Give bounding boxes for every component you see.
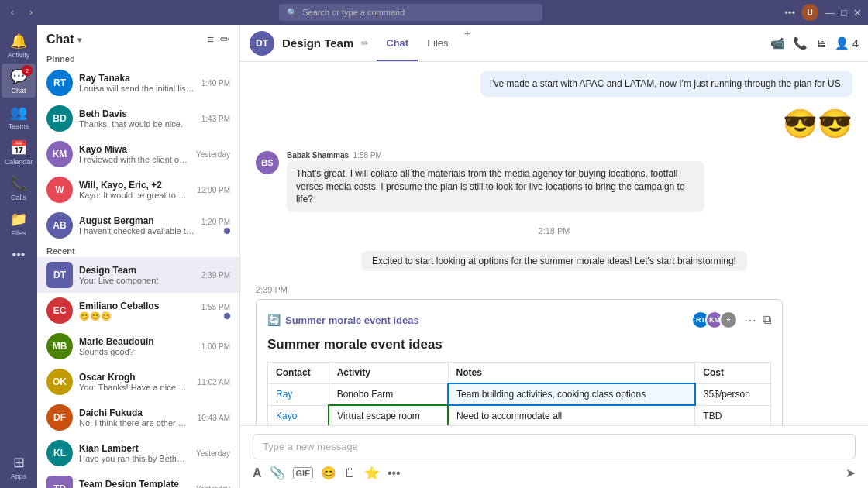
sticker-icon[interactable]: 🗒 bbox=[344, 466, 356, 480]
chat-meta: 10:43 AM bbox=[198, 414, 230, 422]
chat-name: Beth Davis bbox=[79, 108, 195, 119]
chat-list-item[interactable]: DT Design Team You: Live component 2:39 … bbox=[37, 257, 239, 293]
user-avatar[interactable]: U bbox=[801, 4, 818, 21]
chat-meta: 1:40 PM bbox=[202, 79, 230, 88]
chat-list-item[interactable]: RT Ray Tanaka Louisa will send the initi… bbox=[37, 65, 239, 101]
chat-meta: 1:55 PM bbox=[202, 303, 230, 319]
message-content: Babak Shammas 1:58 PM That's great, I wi… bbox=[287, 151, 704, 212]
card-time: 2:39 PM bbox=[256, 285, 852, 294]
sidebar-item-apps[interactable]: ⊞ Apps bbox=[2, 449, 36, 483]
card-expand-icon[interactable]: ⧉ bbox=[763, 313, 771, 327]
sidebar-item-files[interactable]: 📁 Files bbox=[2, 206, 36, 240]
praise-icon[interactable]: ⭐ bbox=[364, 466, 380, 480]
calls-label: Calls bbox=[11, 194, 26, 201]
chat-time: 2:39 PM bbox=[202, 271, 230, 280]
sidebar-item-activity[interactable]: 🔔 Activity bbox=[2, 28, 36, 62]
channel-avatar: DT bbox=[250, 31, 274, 56]
activity-label: Activity bbox=[8, 51, 30, 59]
chat-meta: 1:20 PM bbox=[202, 218, 230, 234]
video-call-icon[interactable]: 📹 bbox=[770, 36, 785, 50]
live-card-actions: RT KM + ⋯ ⧉ bbox=[691, 311, 771, 329]
table-cell-notes[interactable]: Team building activities, cooking class … bbox=[448, 383, 695, 405]
chat-list-item[interactable]: OK Oscar Krogh You: Thanks! Have a nice … bbox=[37, 364, 239, 400]
chat-preview: I haven't checked available times yet bbox=[79, 226, 195, 235]
table-cell-contact[interactable]: Ray bbox=[268, 383, 329, 405]
emoji-icon[interactable]: 😊 bbox=[321, 466, 336, 480]
rail-more-button[interactable]: ••• bbox=[12, 248, 26, 262]
format-icon[interactable]: A bbox=[253, 466, 262, 480]
table-cell-contact[interactable]: Kayo bbox=[268, 405, 329, 425]
chat-list-item[interactable]: BD Beth Davis Thanks, that would be nice… bbox=[37, 101, 239, 136]
chat-badge: 2 bbox=[22, 65, 33, 76]
chat-preview: Louisa will send the initial list of att… bbox=[79, 84, 195, 93]
table-cell-activity[interactable]: Virtual escape room bbox=[329, 405, 448, 425]
message-avatar: BS bbox=[256, 151, 279, 174]
chat-info: Ray Tanaka Louisa will send the initial … bbox=[79, 73, 195, 93]
table-header-cost: Cost bbox=[695, 363, 771, 384]
live-card-header: 🔄 Summer morale event ideas RT KM + ⋯ ⧉ bbox=[267, 311, 771, 329]
chat-list-item[interactable]: W Will, Kayo, Eric, +2 Kayo: It would be… bbox=[37, 172, 239, 208]
chat-avatar: KL bbox=[46, 440, 73, 466]
message-input-box[interactable]: Type a new message bbox=[253, 434, 856, 459]
add-tab-button[interactable]: + bbox=[458, 26, 477, 60]
screen-share-icon[interactable]: 🖥 bbox=[815, 36, 827, 50]
sidebar-item-calls[interactable]: 📞 Calls bbox=[2, 170, 36, 204]
tab-chat[interactable]: Chat bbox=[377, 26, 418, 61]
chat-list-item[interactable]: KM Kayo Miwa I reviewed with the client … bbox=[37, 136, 239, 172]
message-row: 😎😎 bbox=[256, 108, 852, 140]
unread-dot bbox=[224, 313, 230, 319]
emoji-message: 😎😎 bbox=[783, 108, 852, 140]
audio-call-icon[interactable]: 📞 bbox=[793, 36, 808, 50]
table-header-contact: Contact bbox=[268, 363, 329, 384]
chat-avatar: OK bbox=[46, 369, 73, 395]
more-formatting-icon[interactable]: ••• bbox=[388, 466, 401, 480]
chat-meta: 2:39 PM bbox=[202, 271, 230, 280]
table-cell-notes[interactable]: Need to accommodate all bbox=[448, 405, 695, 425]
edit-channel-icon[interactable]: ✏ bbox=[361, 38, 369, 49]
close-button[interactable]: ✕ bbox=[853, 7, 862, 19]
filter-icon[interactable]: ≡ bbox=[207, 33, 214, 46]
more-options[interactable]: ••• bbox=[784, 7, 795, 19]
chat-header-bar: DT Design Team ✏ Chat Files + 📹 📞 🖥 👤 4 bbox=[240, 25, 868, 62]
members-indicator[interactable]: 👤 4 bbox=[835, 36, 859, 50]
search-bar[interactable]: 🔍 Search or type a command bbox=[279, 4, 542, 21]
tab-files[interactable]: Files bbox=[418, 26, 457, 61]
chat-list-item[interactable]: DF Daichi Fukuda No, I think there are o… bbox=[37, 400, 239, 435]
card-more-icon[interactable]: ⋯ bbox=[744, 313, 756, 328]
chat-list-item[interactable]: TD Team Design Template Reto: Let's set … bbox=[37, 471, 239, 488]
chat-list-item[interactable]: AB August Bergman I haven't checked avai… bbox=[37, 208, 239, 243]
maximize-button[interactable]: □ bbox=[841, 7, 847, 19]
teams-icon: 👥 bbox=[10, 104, 27, 121]
chat-meta: Yesterday bbox=[196, 449, 230, 458]
sidebar-item-calendar[interactable]: 📅 Calendar bbox=[2, 135, 36, 169]
chat-list-item[interactable]: EC Emiliano Ceballos 😊😊😊 1:55 PM bbox=[37, 293, 239, 328]
message-input-area: Type a new message A 📎 GIF 😊 🗒 ⭐ ••• ➤ bbox=[240, 425, 868, 488]
chat-title-button[interactable]: Chat ▾ bbox=[46, 33, 81, 46]
live-card-link[interactable]: Summer morale event ideas bbox=[285, 314, 419, 326]
nav-back-button[interactable]: ‹ bbox=[6, 5, 19, 19]
nav-forward-button[interactable]: › bbox=[25, 5, 37, 19]
sidebar-item-teams[interactable]: 👥 Teams bbox=[2, 99, 36, 133]
chat-info: Oscar Krogh You: Thanks! Have a nice wee… bbox=[79, 372, 191, 392]
center-message-text: Excited to start looking at options for … bbox=[361, 251, 747, 271]
minimize-button[interactable]: — bbox=[825, 7, 835, 19]
table-cell-cost: 35$/person bbox=[695, 383, 771, 405]
chat-avatar: BD bbox=[46, 105, 73, 132]
ideas-table: Contact Activity Notes Cost Ray Bonobo F… bbox=[267, 362, 771, 425]
chat-list-item[interactable]: MB Marie Beaudouin Sounds good? 1:00 PM bbox=[37, 328, 239, 364]
chat-preview: Thanks, that would be nice. bbox=[79, 119, 195, 129]
table-cell-activity[interactable]: Bonobo Farm bbox=[329, 383, 448, 405]
chat-title-caret: ▾ bbox=[78, 36, 81, 44]
compose-icon[interactable]: ✏ bbox=[220, 33, 230, 46]
attach-icon[interactable]: 📎 bbox=[270, 466, 285, 480]
chat-list-panel: Chat ▾ ≡ ✏ Pinned RT Ray Tanaka Louisa w… bbox=[37, 25, 240, 488]
chat-name: Kayo Miwa bbox=[79, 144, 190, 155]
send-button[interactable]: ➤ bbox=[846, 466, 856, 480]
sidebar-item-chat[interactable]: 2 💬 Chat bbox=[2, 64, 36, 98]
table-row: Ray Bonobo Farm Team building activities… bbox=[268, 383, 771, 405]
chat-header-icons: ≡ ✏ bbox=[207, 33, 230, 46]
gif-icon[interactable]: GIF bbox=[293, 467, 313, 479]
chat-list-item[interactable]: KL Kian Lambert Have you ran this by Bet… bbox=[37, 435, 239, 471]
chat-avatar: RT bbox=[46, 70, 73, 96]
channel-tabs: Chat Files + bbox=[377, 26, 477, 60]
